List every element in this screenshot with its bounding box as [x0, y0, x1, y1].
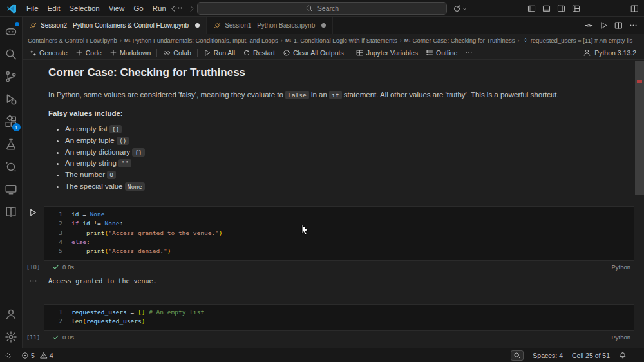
back-icon[interactable]	[169, 5, 178, 13]
menu-go[interactable]: Go	[129, 3, 147, 14]
toolbar-generate[interactable]: Generate	[25, 46, 71, 59]
activity-testing[interactable]	[0, 133, 23, 155]
search-placeholder: Search	[317, 5, 339, 12]
toolbar-label: Restart	[253, 49, 275, 57]
tab-session2-python-containers-control-flow-ipynb[interactable]: Session2 - Python Containers & Control F…	[23, 17, 207, 34]
breadcrumb-item[interactable]: M↓Corner Case: Checking for Truthiness	[404, 37, 515, 44]
code-line: 2if id != None:	[44, 219, 634, 228]
breadcrumb-label: requested_users = [11] # An empty lis	[531, 37, 633, 44]
activity-manage[interactable]	[0, 325, 23, 348]
configure-notebook[interactable]	[585, 21, 593, 30]
inline-code: if	[329, 91, 341, 99]
toolbar-add-code[interactable]: Code	[71, 46, 106, 59]
toolbar-clear-all-outputs[interactable]: Clear All Outputs	[279, 46, 348, 59]
inline-code: 0	[107, 171, 116, 179]
menu-run[interactable]: Run	[148, 3, 171, 14]
modified-dot[interactable]	[321, 23, 326, 28]
line-number: 5	[44, 247, 71, 256]
breadcrumb-item[interactable]: M↓1. Conditional Logic with if Statement…	[285, 37, 397, 44]
toolbar-label: Colab	[173, 49, 191, 57]
activity-notebooks[interactable]	[0, 200, 23, 223]
gear-icon	[5, 330, 17, 343]
scrollbar[interactable]	[635, 60, 644, 348]
toolbar-jupyter-variables[interactable]: Jupyter Variables	[352, 46, 422, 59]
cell-body: 1requested_users = [] # An empty list2le…	[44, 304, 634, 342]
warning-icon	[40, 352, 48, 359]
notifications[interactable]	[614, 348, 631, 362]
activity-copilot[interactable]	[0, 20, 23, 43]
line-number: 2	[44, 219, 71, 228]
problems[interactable]: 54	[17, 348, 61, 362]
activity-search[interactable]	[0, 43, 23, 65]
run-cell-button[interactable]	[28, 208, 37, 220]
text-segment: The special value	[65, 182, 125, 190]
activity-extensions[interactable]: 1	[0, 110, 23, 133]
markdown-cell[interactable]: Corner Case: Checking for Truthiness In …	[23, 60, 644, 193]
main-row: 1 Session2 - Python Containers & Control…	[0, 17, 644, 348]
toolbar-restart[interactable]: Restart	[239, 46, 279, 59]
toggle-primary-sidebar[interactable]	[527, 5, 536, 13]
cell-gutter: [10]	[23, 206, 44, 272]
menu-edit[interactable]: Edit	[43, 3, 65, 14]
breadcrumb-separator: ›	[120, 37, 122, 44]
activity-run-and-debug[interactable]	[0, 88, 23, 110]
list-item: An empty dictionary {}	[65, 147, 635, 158]
breadcrumb-item[interactable]: requested_users = [11] # An empty lis	[522, 37, 633, 44]
toolbar-colab[interactable]: Colab	[159, 46, 194, 59]
more-editor-actions[interactable]	[629, 21, 638, 30]
customize-layout[interactable]	[572, 5, 580, 13]
text-segment: in an	[309, 91, 329, 99]
menu-view[interactable]: View	[104, 3, 129, 14]
menu-file[interactable]: File	[22, 3, 43, 14]
code-cell: [11]1requested_users = [] # An empty lis…	[23, 304, 644, 342]
run-menu[interactable]	[600, 21, 608, 30]
cell-editor[interactable]: 1id = None2if id != None:3 print("Access…	[44, 206, 634, 261]
sync-dropdown[interactable]	[453, 0, 468, 17]
toolbar-outline[interactable]: Outline	[422, 46, 461, 59]
menu-selection[interactable]: Selection	[64, 3, 104, 14]
language-picker[interactable]: Python	[611, 334, 630, 341]
activity-source-control[interactable]	[0, 65, 23, 88]
titlebar-layout-controls	[527, 0, 639, 17]
title-bar: FileEditSelectionViewGoRun Search	[0, 0, 644, 17]
indentation[interactable]: Spaces: 4	[528, 348, 567, 362]
toolbar-more-actions[interactable]	[461, 46, 477, 59]
split-editor[interactable]	[614, 21, 623, 30]
tabs: Session2 - Python Containers & Control F…	[23, 17, 333, 34]
cell-editor[interactable]: 1requested_users = [] # An empty list2le…	[44, 304, 634, 331]
tab-session1-python-basics-ipynb[interactable]: Session1 - Python Basics.ipynb	[207, 17, 333, 34]
kernel-picker[interactable]: Python 3.13.2	[583, 48, 644, 57]
breadcrumb-separator: ›	[517, 37, 519, 44]
modified-dot[interactable]	[195, 23, 200, 28]
add-icon	[109, 49, 117, 57]
breadcrumb-item[interactable]: M↓Python Fundamentals: Conditionals, Inp…	[124, 37, 278, 44]
text-segment: In Python, some values are considered 'f…	[48, 91, 285, 99]
line-number: 1	[44, 210, 71, 219]
toggle-panel[interactable]	[542, 5, 551, 13]
window-layout[interactable]	[630, 5, 639, 13]
toolbar-run-all[interactable]: Run All	[200, 46, 239, 59]
activity-remote-explorer[interactable]	[0, 178, 23, 200]
output-menu-icon[interactable]	[29, 277, 37, 285]
breadcrumb-item[interactable]: Containers & Control FLow.ipynb	[28, 37, 117, 44]
toggle-secondary-sidebar[interactable]	[557, 5, 565, 13]
cell-position[interactable]: Cell 25 of 51	[567, 348, 614, 362]
zoom-control[interactable]	[506, 348, 528, 362]
forward-icon[interactable]	[187, 5, 196, 13]
debug-icon	[5, 93, 17, 106]
code-line: 2len(requested_users)	[44, 317, 634, 326]
code-cell: [10]1id = None2if id != None:3 print("Ac…	[23, 206, 644, 272]
search-input[interactable]: Search	[197, 2, 447, 15]
code-line: 1requested_users = [] # An empty list	[44, 308, 634, 317]
remote-indicator[interactable]	[0, 348, 17, 362]
person-icon	[583, 48, 591, 57]
language-picker[interactable]: Python	[611, 263, 630, 271]
activity-accounts[interactable]	[0, 303, 23, 325]
markdown-heading: Corner Case: Checking for Truthiness	[48, 66, 635, 79]
activity-jupyter[interactable]	[0, 155, 23, 178]
branch-icon	[5, 70, 17, 83]
symbol-snippet-icon	[522, 37, 529, 43]
output-text: Access granted to the venue.	[44, 276, 157, 286]
output-menu-icon[interactable]	[29, 347, 37, 348]
toolbar-add-markdown[interactable]: Markdown	[106, 46, 155, 59]
